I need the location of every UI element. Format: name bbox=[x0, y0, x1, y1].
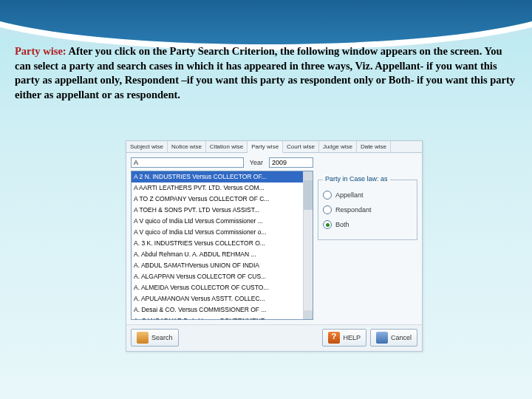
search-icon bbox=[137, 332, 149, 344]
search-window: Subject wise Notice wise Citation wise P… bbox=[126, 140, 423, 352]
desc-lead: Party wise: bbox=[15, 45, 66, 57]
button-group-right: HELP Cancel bbox=[322, 329, 417, 347]
scroll-thumb[interactable] bbox=[304, 180, 313, 210]
radio-label: Appellant bbox=[335, 191, 364, 199]
group-title: Party in Case law: as bbox=[323, 175, 390, 183]
list-item[interactable]: A V quico of India Ltd Versus Commission… bbox=[132, 227, 313, 238]
button-label: HELP bbox=[343, 334, 361, 341]
tab-strip: Subject wise Notice wise Citation wise P… bbox=[126, 141, 422, 153]
year-label: Year bbox=[250, 159, 263, 166]
tab-citation-wise[interactable]: Citation wise bbox=[206, 141, 248, 152]
list-item[interactable]: A V quico of India Ltd Versus Commission… bbox=[132, 216, 313, 227]
button-label: Cancel bbox=[391, 334, 412, 341]
list-scrollbar[interactable] bbox=[303, 171, 313, 319]
list-item[interactable]: A. ALMEIDA Versus COLLECTOR OF CUSTO... bbox=[132, 282, 313, 293]
cancel-icon bbox=[376, 332, 388, 344]
description-paragraph: Party wise: After you click on the Party… bbox=[15, 44, 517, 102]
desc-body: After you click on the Party Search Crit… bbox=[15, 45, 515, 100]
radio-label: Respondant bbox=[335, 206, 372, 214]
party-listbox[interactable]: A 2 N. INDUSTRIES Versus COLLECTOR OF...… bbox=[131, 171, 313, 320]
radio-respondent[interactable]: Respondant bbox=[323, 205, 412, 214]
tab-date-wise[interactable]: Date wise bbox=[357, 141, 391, 152]
list-item[interactable]: A TO Z COMPANY Versus COLLECTOR OF C... bbox=[132, 194, 313, 205]
help-button[interactable]: HELP bbox=[322, 329, 366, 347]
button-label: Search bbox=[151, 334, 173, 341]
window-body: Year A 2 N. INDUSTRIES Versus COLLECTOR … bbox=[126, 153, 422, 324]
list-item[interactable]: A. ALGAPPAN Versus COLLECTOR OF CUS... bbox=[132, 271, 313, 282]
year-input[interactable] bbox=[269, 157, 313, 168]
list-item[interactable]: A. APULAMANOAN Versus ASSTT. COLLEC... bbox=[132, 293, 313, 304]
left-column: Year A 2 N. INDUSTRIES Versus COLLECTOR … bbox=[131, 157, 313, 320]
list-item[interactable]: A. GANGADHAR B. A. Versus GOVERNMENT... bbox=[132, 316, 313, 320]
search-button[interactable]: Search bbox=[131, 329, 179, 347]
list-item[interactable]: A. Desai & CO. Versus COMMISSIONER OF ..… bbox=[132, 304, 313, 316]
radio-icon bbox=[323, 191, 332, 200]
button-bar: Search HELP Cancel bbox=[126, 324, 422, 351]
list-item[interactable]: A. 3 K. INDUSTRIES Versus COLLECTOR O... bbox=[132, 238, 313, 249]
list-item[interactable]: A. ABDUL SAMATHVersus UNION OF INDIA bbox=[132, 260, 313, 271]
tab-court-wise[interactable]: Court wise bbox=[283, 141, 319, 152]
radio-label: Both bbox=[335, 221, 349, 228]
list-item[interactable]: A TOEH & SONS PVT. LTD Versus ASSIST... bbox=[132, 205, 313, 216]
tab-party-wise[interactable]: Party wise bbox=[248, 141, 283, 153]
party-role-group: Party in Case law: as Appellant Responda… bbox=[318, 180, 417, 240]
cancel-button[interactable]: Cancel bbox=[370, 329, 417, 347]
party-search-input[interactable] bbox=[131, 157, 244, 168]
radio-icon bbox=[323, 205, 332, 214]
search-row: Year bbox=[131, 157, 313, 168]
radio-icon bbox=[323, 220, 332, 229]
right-column: Party in Case law: as Appellant Responda… bbox=[318, 157, 417, 320]
list-item[interactable]: A. Abdul Rehman U. A. ABDUL REHMAN ... bbox=[132, 249, 313, 260]
list-item[interactable]: A 2 N. INDUSTRIES Versus COLLECTOR OF... bbox=[132, 171, 313, 183]
radio-appellant[interactable]: Appellant bbox=[323, 191, 412, 200]
radio-both[interactable]: Both bbox=[323, 220, 412, 229]
tab-subject-wise[interactable]: Subject wise bbox=[126, 141, 168, 152]
list-item[interactable]: A AARTI LEATHERS PVT. LTD. Versus COM... bbox=[132, 183, 313, 194]
tab-notice-wise[interactable]: Notice wise bbox=[168, 141, 206, 152]
button-group-left: Search bbox=[131, 329, 179, 347]
tab-judge-wise[interactable]: Judge wise bbox=[319, 141, 357, 152]
help-icon bbox=[328, 332, 340, 344]
